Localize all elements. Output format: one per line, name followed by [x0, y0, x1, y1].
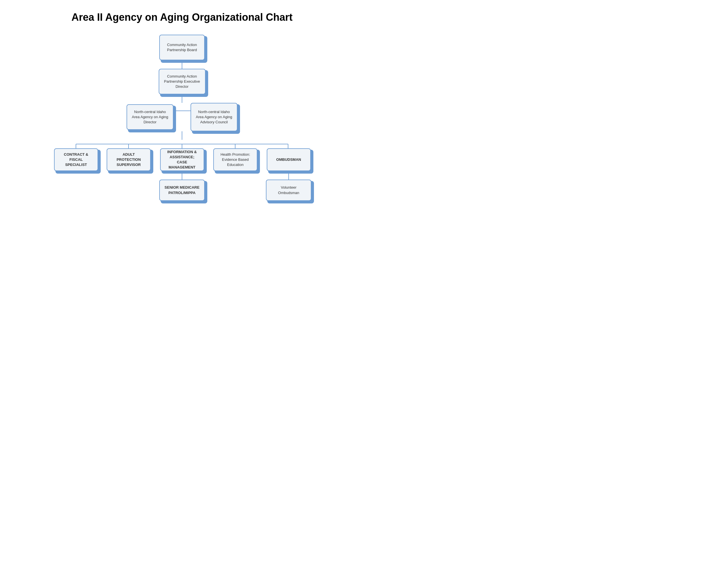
node-advisory: North-central Idaho Area Agency on Aging…: [191, 103, 237, 131]
col-adult: ADULT PROTECTION SUPERVISOR: [107, 148, 151, 171]
box-ed: Community Action Partnership Executive D…: [159, 69, 206, 94]
page-title: Area II Agency on Aging Organizational C…: [71, 11, 292, 23]
box-director: North-central Idaho Area Agency on Aging…: [127, 104, 173, 130]
label-health: Health Promotion: Evidence Based Educati…: [218, 152, 253, 168]
box-advisory: North-central Idaho Area Agency on Aging…: [191, 103, 237, 131]
bottom-boxes-row: CONTRACT & FISCAL SPECIALIST ADULT PROTE…: [54, 148, 310, 201]
label-ombudsman: OMBUDSMAN: [276, 157, 301, 162]
bottom-connectors-svg: [54, 140, 310, 148]
org-chart: Community Action Partnership Board Commu…: [6, 35, 358, 201]
box-health: Health Promotion: Evidence Based Educati…: [213, 148, 257, 171]
box-information: INFORMATION & ASSISTANCE; CASE MANAGEMEN…: [160, 148, 204, 171]
box-volunteer: Volunteer Ombudsman: [266, 180, 311, 201]
col-ombudsman: OMBUDSMAN Volunteer Ombudsman: [266, 148, 311, 201]
box-contract: CONTRACT & FISCAL SPECIALIST: [54, 148, 98, 171]
col-information: INFORMATION & ASSISTANCE; CASE MANAGEMEN…: [159, 148, 205, 201]
bottom-section: CONTRACT & FISCAL SPECIALIST ADULT PROTE…: [6, 140, 358, 201]
connector-director-bottom: [182, 131, 182, 140]
bottom-row-container: CONTRACT & FISCAL SPECIALIST ADULT PROTE…: [54, 140, 310, 201]
label-volunteer: Volunteer Ombudsman: [270, 185, 307, 195]
col-health: Health Promotion: Evidence Based Educati…: [213, 148, 257, 171]
label-board: Community Action Partnership Board: [164, 42, 200, 53]
director-advisory-row: North-central Idaho Area Agency on Aging…: [127, 103, 237, 131]
node-ed: Community Action Partnership Executive D…: [159, 69, 206, 103]
box-board: Community Action Partnership Board: [159, 35, 205, 60]
col-contract: CONTRACT & FISCAL SPECIALIST: [54, 148, 98, 171]
label-advisory: North-central Idaho Area Agency on Aging…: [195, 109, 233, 125]
node-director: North-central Idaho Area Agency on Aging…: [127, 104, 173, 130]
label-ed: Community Action Partnership Executive D…: [163, 74, 201, 90]
node-board: Community Action Partnership Board: [159, 35, 205, 69]
label-director: North-central Idaho Area Agency on Aging…: [131, 109, 169, 125]
label-senior: SENIOR MEDICARE PATROL/MIPPA: [164, 185, 200, 195]
label-contract: CONTRACT & FISCAL SPECIALIST: [59, 152, 94, 168]
label-information: INFORMATION & ASSISTANCE; CASE MANAGEMEN…: [165, 150, 200, 170]
box-senior: SENIOR MEDICARE PATROL/MIPPA: [159, 180, 205, 201]
box-adult: ADULT PROTECTION SUPERVISOR: [107, 148, 151, 171]
box-ombudsman: OMBUDSMAN: [267, 148, 311, 171]
label-adult: ADULT PROTECTION SUPERVISOR: [111, 152, 146, 168]
connector-director-advisory: [173, 111, 191, 111]
